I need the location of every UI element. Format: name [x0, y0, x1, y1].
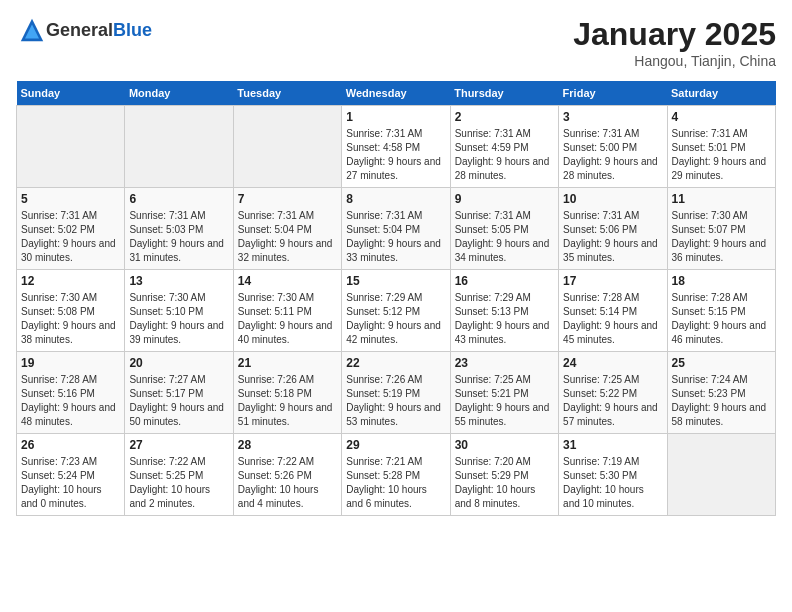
day-info: Sunrise: 7:31 AMSunset: 4:58 PMDaylight:… — [346, 127, 445, 183]
day-info: Sunrise: 7:22 AMSunset: 5:26 PMDaylight:… — [238, 455, 337, 511]
day-number: 6 — [129, 192, 228, 206]
day-number: 25 — [672, 356, 771, 370]
logo: GeneralBlue — [16, 16, 152, 44]
day-info: Sunrise: 7:28 AMSunset: 5:14 PMDaylight:… — [563, 291, 662, 347]
day-cell: 1Sunrise: 7:31 AMSunset: 4:58 PMDaylight… — [342, 106, 450, 188]
location: Hangou, Tianjin, China — [573, 53, 776, 69]
day-number: 9 — [455, 192, 554, 206]
day-info: Sunrise: 7:22 AMSunset: 5:25 PMDaylight:… — [129, 455, 228, 511]
day-info: Sunrise: 7:31 AMSunset: 5:01 PMDaylight:… — [672, 127, 771, 183]
day-number: 27 — [129, 438, 228, 452]
day-cell: 29Sunrise: 7:21 AMSunset: 5:28 PMDayligh… — [342, 434, 450, 516]
day-cell: 10Sunrise: 7:31 AMSunset: 5:06 PMDayligh… — [559, 188, 667, 270]
day-info: Sunrise: 7:25 AMSunset: 5:22 PMDaylight:… — [563, 373, 662, 429]
day-number: 3 — [563, 110, 662, 124]
day-info: Sunrise: 7:31 AMSunset: 5:02 PMDaylight:… — [21, 209, 120, 265]
day-number: 12 — [21, 274, 120, 288]
day-number: 30 — [455, 438, 554, 452]
week-row-0: 1Sunrise: 7:31 AMSunset: 4:58 PMDaylight… — [17, 106, 776, 188]
day-number: 11 — [672, 192, 771, 206]
header-sunday: Sunday — [17, 81, 125, 106]
day-cell: 3Sunrise: 7:31 AMSunset: 5:00 PMDaylight… — [559, 106, 667, 188]
day-cell: 16Sunrise: 7:29 AMSunset: 5:13 PMDayligh… — [450, 270, 558, 352]
day-number: 26 — [21, 438, 120, 452]
day-info: Sunrise: 7:31 AMSunset: 5:05 PMDaylight:… — [455, 209, 554, 265]
day-cell — [17, 106, 125, 188]
day-info: Sunrise: 7:25 AMSunset: 5:21 PMDaylight:… — [455, 373, 554, 429]
day-cell: 21Sunrise: 7:26 AMSunset: 5:18 PMDayligh… — [233, 352, 341, 434]
day-info: Sunrise: 7:31 AMSunset: 4:59 PMDaylight:… — [455, 127, 554, 183]
day-info: Sunrise: 7:31 AMSunset: 5:04 PMDaylight:… — [238, 209, 337, 265]
logo-text-blue: Blue — [113, 20, 152, 40]
week-row-1: 5Sunrise: 7:31 AMSunset: 5:02 PMDaylight… — [17, 188, 776, 270]
day-info: Sunrise: 7:23 AMSunset: 5:24 PMDaylight:… — [21, 455, 120, 511]
day-info: Sunrise: 7:26 AMSunset: 5:19 PMDaylight:… — [346, 373, 445, 429]
day-cell: 8Sunrise: 7:31 AMSunset: 5:04 PMDaylight… — [342, 188, 450, 270]
day-cell: 25Sunrise: 7:24 AMSunset: 5:23 PMDayligh… — [667, 352, 775, 434]
day-info: Sunrise: 7:30 AMSunset: 5:08 PMDaylight:… — [21, 291, 120, 347]
day-info: Sunrise: 7:19 AMSunset: 5:30 PMDaylight:… — [563, 455, 662, 511]
header-friday: Friday — [559, 81, 667, 106]
header-tuesday: Tuesday — [233, 81, 341, 106]
day-cell: 11Sunrise: 7:30 AMSunset: 5:07 PMDayligh… — [667, 188, 775, 270]
day-cell: 12Sunrise: 7:30 AMSunset: 5:08 PMDayligh… — [17, 270, 125, 352]
day-number: 23 — [455, 356, 554, 370]
day-info: Sunrise: 7:30 AMSunset: 5:10 PMDaylight:… — [129, 291, 228, 347]
week-row-4: 26Sunrise: 7:23 AMSunset: 5:24 PMDayligh… — [17, 434, 776, 516]
month-title: January 2025 — [573, 16, 776, 53]
calendar-header-row: SundayMondayTuesdayWednesdayThursdayFrid… — [17, 81, 776, 106]
day-cell: 24Sunrise: 7:25 AMSunset: 5:22 PMDayligh… — [559, 352, 667, 434]
day-number: 17 — [563, 274, 662, 288]
day-cell: 27Sunrise: 7:22 AMSunset: 5:25 PMDayligh… — [125, 434, 233, 516]
day-info: Sunrise: 7:31 AMSunset: 5:03 PMDaylight:… — [129, 209, 228, 265]
day-number: 29 — [346, 438, 445, 452]
day-number: 19 — [21, 356, 120, 370]
logo-icon — [18, 16, 46, 44]
day-info: Sunrise: 7:29 AMSunset: 5:12 PMDaylight:… — [346, 291, 445, 347]
day-cell: 22Sunrise: 7:26 AMSunset: 5:19 PMDayligh… — [342, 352, 450, 434]
day-number: 15 — [346, 274, 445, 288]
week-row-2: 12Sunrise: 7:30 AMSunset: 5:08 PMDayligh… — [17, 270, 776, 352]
day-number: 18 — [672, 274, 771, 288]
day-cell — [667, 434, 775, 516]
day-number: 21 — [238, 356, 337, 370]
day-info: Sunrise: 7:24 AMSunset: 5:23 PMDaylight:… — [672, 373, 771, 429]
day-cell: 6Sunrise: 7:31 AMSunset: 5:03 PMDaylight… — [125, 188, 233, 270]
day-info: Sunrise: 7:28 AMSunset: 5:15 PMDaylight:… — [672, 291, 771, 347]
day-number: 5 — [21, 192, 120, 206]
day-cell: 5Sunrise: 7:31 AMSunset: 5:02 PMDaylight… — [17, 188, 125, 270]
day-info: Sunrise: 7:26 AMSunset: 5:18 PMDaylight:… — [238, 373, 337, 429]
day-cell: 18Sunrise: 7:28 AMSunset: 5:15 PMDayligh… — [667, 270, 775, 352]
day-info: Sunrise: 7:28 AMSunset: 5:16 PMDaylight:… — [21, 373, 120, 429]
day-cell: 20Sunrise: 7:27 AMSunset: 5:17 PMDayligh… — [125, 352, 233, 434]
day-info: Sunrise: 7:27 AMSunset: 5:17 PMDaylight:… — [129, 373, 228, 429]
day-number: 13 — [129, 274, 228, 288]
day-number: 10 — [563, 192, 662, 206]
day-info: Sunrise: 7:31 AMSunset: 5:04 PMDaylight:… — [346, 209, 445, 265]
day-number: 22 — [346, 356, 445, 370]
page-header: GeneralBlue January 2025 Hangou, Tianjin… — [16, 16, 776, 69]
day-cell — [233, 106, 341, 188]
day-info: Sunrise: 7:31 AMSunset: 5:00 PMDaylight:… — [563, 127, 662, 183]
day-cell: 14Sunrise: 7:30 AMSunset: 5:11 PMDayligh… — [233, 270, 341, 352]
day-info: Sunrise: 7:30 AMSunset: 5:07 PMDaylight:… — [672, 209, 771, 265]
header-monday: Monday — [125, 81, 233, 106]
day-number: 2 — [455, 110, 554, 124]
day-cell: 15Sunrise: 7:29 AMSunset: 5:12 PMDayligh… — [342, 270, 450, 352]
day-info: Sunrise: 7:29 AMSunset: 5:13 PMDaylight:… — [455, 291, 554, 347]
logo-text-general: General — [46, 20, 113, 40]
day-cell: 28Sunrise: 7:22 AMSunset: 5:26 PMDayligh… — [233, 434, 341, 516]
day-cell: 23Sunrise: 7:25 AMSunset: 5:21 PMDayligh… — [450, 352, 558, 434]
day-number: 7 — [238, 192, 337, 206]
day-number: 4 — [672, 110, 771, 124]
day-number: 8 — [346, 192, 445, 206]
day-info: Sunrise: 7:30 AMSunset: 5:11 PMDaylight:… — [238, 291, 337, 347]
day-number: 14 — [238, 274, 337, 288]
day-cell: 13Sunrise: 7:30 AMSunset: 5:10 PMDayligh… — [125, 270, 233, 352]
day-cell: 31Sunrise: 7:19 AMSunset: 5:30 PMDayligh… — [559, 434, 667, 516]
header-thursday: Thursday — [450, 81, 558, 106]
day-number: 28 — [238, 438, 337, 452]
day-number: 20 — [129, 356, 228, 370]
day-cell: 17Sunrise: 7:28 AMSunset: 5:14 PMDayligh… — [559, 270, 667, 352]
day-cell: 9Sunrise: 7:31 AMSunset: 5:05 PMDaylight… — [450, 188, 558, 270]
